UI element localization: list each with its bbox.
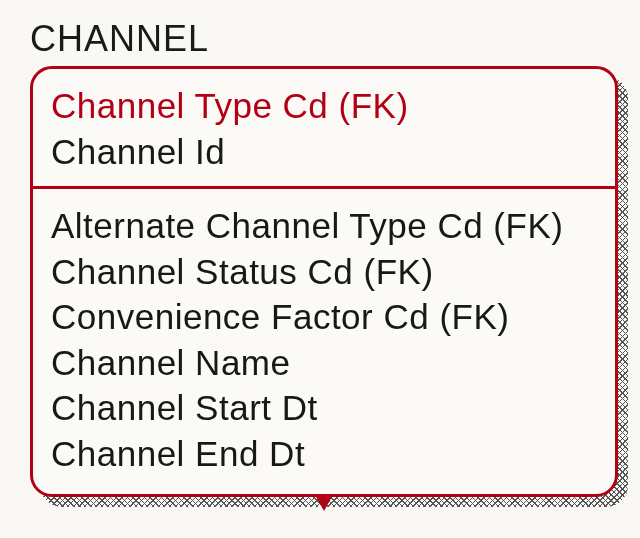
pk-attribute: Channel Id	[51, 129, 597, 175]
attribute-row: Channel End Dt	[51, 431, 597, 477]
attribute-row: Convenience Factor Cd (FK)	[51, 294, 597, 340]
svg-marker-0	[315, 495, 333, 511]
attribute-row: Channel Name	[51, 340, 597, 386]
entity-diagram: CHANNEL Channel Type Cd (FK) Channel Id …	[0, 0, 640, 515]
entity-box: Channel Type Cd (FK) Channel Id Alternat…	[30, 66, 618, 497]
entity-title: CHANNEL	[30, 18, 618, 60]
relationship-arrow-icon	[315, 495, 333, 511]
section-divider	[33, 186, 615, 189]
entity-box-container: Channel Type Cd (FK) Channel Id Alternat…	[30, 66, 618, 497]
attributes-section: Alternate Channel Type Cd (FK) Channel S…	[51, 203, 597, 476]
pk-attribute: Channel Type Cd (FK)	[51, 83, 597, 129]
attribute-row: Channel Status Cd (FK)	[51, 249, 597, 295]
primary-key-section: Channel Type Cd (FK) Channel Id	[51, 83, 597, 174]
attribute-row: Alternate Channel Type Cd (FK)	[51, 203, 597, 249]
attribute-row: Channel Start Dt	[51, 385, 597, 431]
